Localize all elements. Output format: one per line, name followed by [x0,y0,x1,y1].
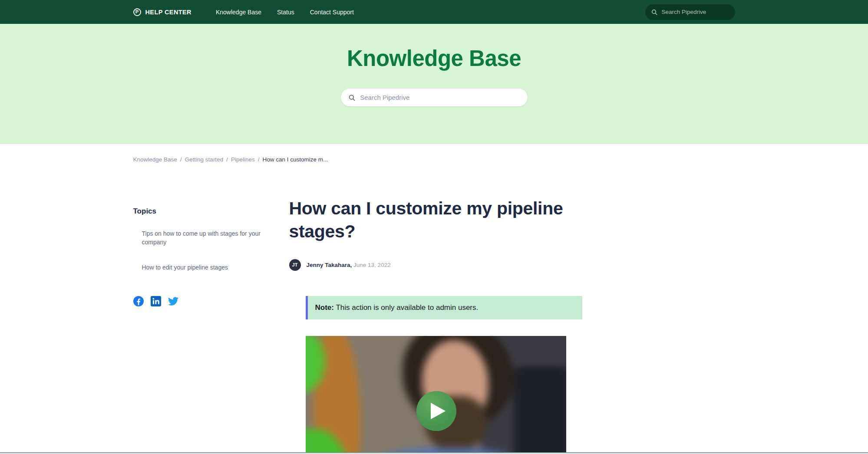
article-title: How can I customize my pipeline stages? [289,197,593,243]
author-name: Jenny Takahara, [307,262,352,268]
twitter-icon[interactable] [168,296,178,306]
breadcrumb-current-page: How can I customize m... [262,156,328,163]
logo-letter: P [135,10,139,14]
scene-office-chair [514,366,566,454]
author-meta: JT Jenny Takahara, June 13, 2022 [289,259,735,271]
note-text: This action is only available to admin u… [336,303,478,312]
topic-link-tips-on-stages[interactable]: Tips on how to come up with stages for y… [142,229,266,247]
hero-search[interactable] [341,89,528,106]
facebook-icon[interactable] [133,296,144,306]
breadcrumb-getting-started[interactable]: Getting started [185,156,224,163]
hero-search-input[interactable] [360,94,520,101]
linkedin-icon[interactable] [151,296,161,306]
search-icon [348,94,356,102]
breadcrumb-row: Knowledge Base / Getting started / Pipel… [133,144,735,163]
top-navbar: P HELP CENTER Knowledge Base Status Cont… [0,0,868,24]
navbar-links: Knowledge Base Status Contact Support [216,9,354,16]
topic-list: Tips on how to come up with stages for y… [133,229,289,272]
breadcrumb-separator: / [226,156,228,163]
breadcrumb-separator: / [258,156,260,163]
breadcrumb-pipelines[interactable]: Pipelines [231,156,255,163]
breadcrumb-knowledge-base[interactable]: Knowledge Base [133,156,177,163]
note-callout: Note: This action is only available to a… [306,296,582,319]
page-title: Knowledge Base [0,24,868,71]
topic-link-edit-pipeline-stages[interactable]: How to edit your pipeline stages [142,263,266,272]
author-avatar: JT [289,259,301,271]
avatar-initials: JT [292,262,298,267]
nav-link-contact-support[interactable]: Contact Support [310,9,354,16]
note-label: Note: [315,303,334,312]
navbar-search-input[interactable] [662,9,730,15]
pipedrive-logo-icon: P [133,8,141,16]
breadcrumb: Knowledge Base / Getting started / Pipel… [133,156,735,163]
play-icon [431,403,446,419]
play-button[interactable] [416,391,456,431]
nav-link-knowledge-base[interactable]: Knowledge Base [216,9,261,16]
hero-section: Knowledge Base [0,24,868,144]
topics-sidebar: Topics Tips on how to come up with stage… [133,197,289,454]
help-center-brand[interactable]: P HELP CENTER [133,8,191,16]
breadcrumb-separator: / [180,156,182,163]
social-share-row [133,296,289,306]
article-layout: Topics Tips on how to come up with stage… [133,197,735,454]
article-main: How can I customize my pipeline stages? … [289,197,735,454]
topics-heading: Topics [133,207,289,216]
page-bottom-strip [0,452,868,454]
brand-label: HELP CENTER [145,9,191,16]
video-thumbnail[interactable] [306,336,566,454]
navbar-search[interactable] [645,4,735,20]
nav-link-status[interactable]: Status [277,9,294,16]
article-date: June 13, 2022 [353,262,391,268]
search-icon [651,9,658,16]
